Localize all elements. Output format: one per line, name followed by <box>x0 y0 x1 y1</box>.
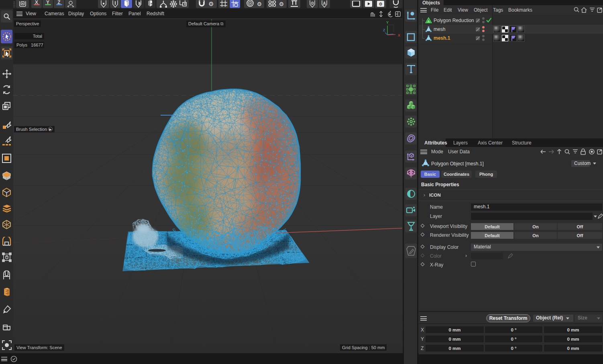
svg-text:A: A <box>323 1 326 6</box>
svg-text:X: X <box>398 33 400 37</box>
svg-text:Y: Y <box>386 20 389 24</box>
svg-text:Z: Z <box>383 28 385 32</box>
svg-text:⚙: ⚙ <box>379 1 383 6</box>
